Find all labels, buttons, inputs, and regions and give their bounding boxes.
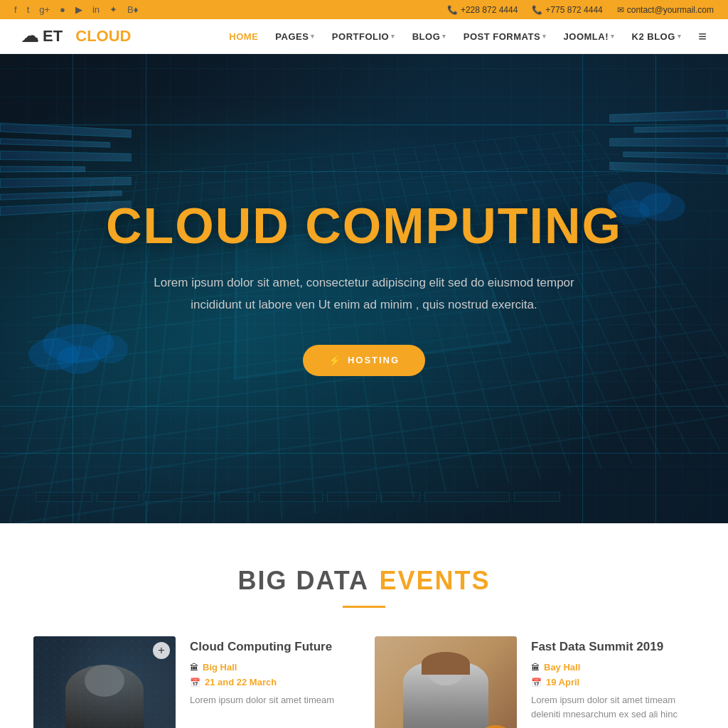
event-image-1: + [33,636,176,728]
nav-hamburger[interactable]: ≡ [691,28,707,45]
phone1-number: +228 872 4444 [461,5,518,15]
logo[interactable]: ☁ ET CLOUD [21,26,131,46]
social-links[interactable]: f t g+ ● ▶ in ✦ B♦ [14,4,138,15]
top-bar: f t g+ ● ▶ in ✦ B♦ 📞 +228 872 4444 📞 +77… [0,0,728,19]
email: ✉ contact@yourmail.com [617,5,714,15]
event-title-2: Fast Data Summit 2019 [531,639,695,655]
card1-plus-button[interactable]: + [153,642,170,659]
hero-section: CLOUD COMPUTING Lorem ipsum dolor sit am… [0,54,728,523]
calendar-icon-1: 📅 [190,678,200,687]
social-behance[interactable]: B♦ [127,4,138,15]
phone2-number: +775 872 4444 [545,5,602,15]
nav-links: HOME PAGES ▾ PORTFOLIO ▾ BLOG ▾ POST FOR… [222,27,707,46]
nav-home[interactable]: HOME [222,27,265,46]
event-date-label-2: 19 April [546,677,579,687]
bolt-icon: ⚡ [328,355,342,366]
phone1-icon: 📞 [447,5,458,15]
logo-icon: ☁ [21,26,38,46]
nav-blog[interactable]: BLOG ▾ [405,27,454,46]
event-info-2: Fast Data Summit 2019 🏛 Bay Hall 📅 19 Ap… [531,636,695,721]
contact-info: 📞 +228 872 4444 📞 +775 872 4444 ✉ contac… [447,5,714,15]
email-icon: ✉ [617,5,624,15]
location-icon-2: 🏛 [531,663,540,673]
social-facebook[interactable]: f [14,4,17,15]
phone1: 📞 +228 872 4444 [447,5,518,15]
navbar: ☁ ET CLOUD HOME PAGES ▾ PORTFOLIO ▾ BLOG… [0,19,728,54]
nav-portfolio[interactable]: PORTFOLIO ▾ [325,27,402,46]
nav-k2blog[interactable]: K2 BLOG ▾ [625,27,689,46]
social-twitter[interactable]: t [27,4,30,15]
nav-post-formats[interactable]: POST FORMATS ▾ [456,27,554,46]
section-title-part1: BIG DATA [237,566,369,595]
event-excerpt-1: Lorem ipsum dolor sit amet timeam [190,693,353,707]
section-title-part2: EVENTS [380,566,491,595]
logo-cloud: CLOUD [75,27,131,46]
calendar-icon-2: 📅 [531,678,542,687]
event-date-2: 📅 19 April [531,677,695,687]
phone2-icon: 📞 [532,5,542,15]
social-misc1[interactable]: ● [60,4,65,15]
event-card-2: Fast Data Summit 2019 🏛 Bay Hall 📅 19 Ap… [375,636,695,728]
logo-et: ET [43,27,63,46]
event-title-1: Cloud Computing Future [190,639,353,655]
event-date-1: 📅 21 and 22 March [190,677,353,687]
hero-content: CLOUD COMPUTING Lorem ipsum dolor sit am… [92,187,636,390]
event-excerpt-2: Lorem ipsum dolor sit amet timeam deleni… [531,693,695,721]
nav-joomla[interactable]: JOOMLA! ▾ [557,27,622,46]
events-grid: + Cloud Computing Future 🏛 Big Hall 📅 21… [28,636,700,728]
phone2: 📞 +775 872 4444 [532,5,602,15]
section-title: BIG DATA EVENTS [28,566,700,596]
hosting-label: HOSTING [348,355,400,365]
event-info-1: Cloud Computing Future 🏛 Big Hall 📅 21 a… [190,636,353,707]
hero-subtitle: Lorem ipsum dolor sit amet, consectetur … [151,272,577,316]
event-location-1: 🏛 Big Hall [190,662,353,673]
event-location-label-1: Big Hall [203,662,237,673]
event-card-1: + Cloud Computing Future 🏛 Big Hall 📅 21… [33,636,353,728]
event-date-label-1: 21 and 22 March [205,677,277,687]
social-youtube[interactable]: ▶ [75,4,82,15]
event-location-label-2: Bay Hall [544,662,580,673]
event-location-2: 🏛 Bay Hall [531,662,695,673]
events-section: BIG DATA EVENTS + Cloud Computing Future… [0,523,728,728]
nav-pages[interactable]: PAGES ▾ [268,27,322,46]
email-address: contact@yourmail.com [627,5,714,15]
social-misc2[interactable]: ✦ [109,4,117,15]
location-icon-1: 🏛 [190,663,198,673]
event-image-2 [375,636,517,728]
social-linkedin[interactable]: in [92,4,100,15]
event-meta-2: 🏛 Bay Hall 📅 19 April [531,662,695,687]
hosting-button[interactable]: ⚡ HOSTING [303,345,425,376]
social-google[interactable]: g+ [39,4,50,15]
section-divider [343,606,385,608]
event-meta-1: 🏛 Big Hall 📅 21 and 22 March [190,662,353,687]
hero-title: CLOUD COMPUTING [106,201,622,251]
